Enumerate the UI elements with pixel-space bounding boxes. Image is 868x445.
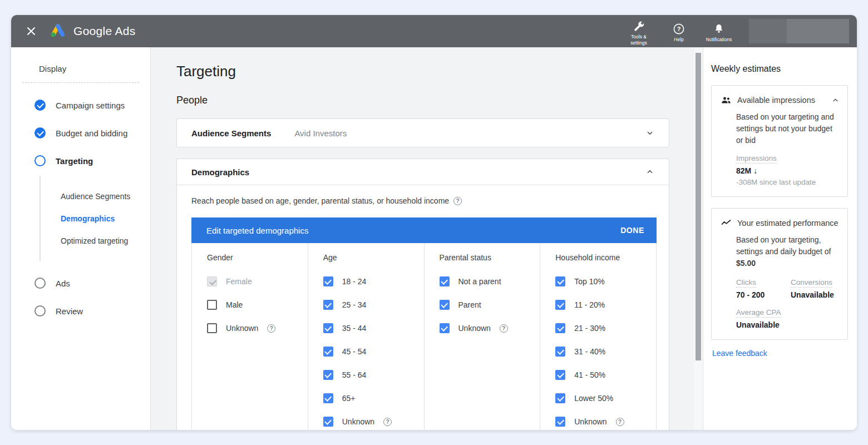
demographics-column-gender: GenderFemaleMaleUnknown? [192, 243, 308, 430]
step-label: Targeting [56, 156, 93, 166]
step-upcoming-icon [34, 278, 46, 289]
step-label: Ads [56, 279, 70, 288]
estimated-performance-title: Your estimated performance [737, 219, 840, 228]
sidebar-item-ads[interactable]: Ads [11, 278, 150, 289]
checkbox-checked-icon[interactable] [555, 393, 565, 403]
checkbox-row-top-10[interactable]: Top 10% [555, 276, 650, 286]
checkbox-checked-icon[interactable] [323, 276, 333, 286]
checkbox-label: 65+ [342, 394, 356, 403]
chevron-down-icon[interactable] [645, 128, 654, 137]
checkbox-checked-icon[interactable] [555, 323, 565, 333]
stat-label: Average CPA [736, 308, 781, 318]
step-current-icon [34, 155, 46, 166]
checkbox-checked-icon[interactable] [323, 300, 333, 310]
step-upcoming-icon [34, 305, 46, 317]
checkbox-checked-icon[interactable] [555, 347, 565, 357]
checkbox-checked-icon[interactable] [440, 276, 450, 286]
checkbox-checked-icon[interactable] [207, 276, 217, 286]
checkbox-row-31-40[interactable]: 31 - 40% [555, 347, 650, 357]
checkbox-label: Female [226, 277, 252, 286]
checkbox-label: 45 - 54 [342, 347, 367, 356]
checkbox-checked-icon[interactable] [440, 323, 450, 333]
stat-conversions: ConversionsUnavailable [791, 270, 840, 299]
sidebar-item-campaign-settings[interactable]: Campaign settings [11, 100, 150, 111]
chevron-up-icon[interactable] [645, 167, 654, 176]
audience-segments-panel[interactable]: Audience Segments Avid Investors [176, 118, 669, 147]
checkbox-row-21-30[interactable]: 21 - 30% [555, 323, 650, 333]
checkbox-row-female[interactable]: Female [207, 276, 302, 286]
close-button[interactable] [21, 21, 41, 41]
checkbox-label: Lower 50% [574, 394, 613, 403]
checkbox-checked-icon[interactable] [323, 370, 333, 380]
checkbox-unchecked-icon[interactable] [207, 300, 217, 310]
checkbox-row-male[interactable]: Male [207, 300, 302, 310]
help-icon[interactable]: ? [500, 324, 508, 333]
checkbox-unchecked-icon[interactable] [207, 323, 217, 333]
help-icon[interactable]: ? [267, 324, 275, 333]
sidebar-item-budget-and-bidding[interactable]: Budget and bidding [11, 127, 150, 139]
sidebar-item-demographics[interactable]: Demographics [41, 214, 150, 223]
checkbox-row-25-34[interactable]: 25 - 34 [323, 300, 418, 310]
help-icon[interactable]: ? [383, 418, 392, 426]
checkbox-checked-icon[interactable] [323, 417, 333, 427]
checkbox-checked-icon[interactable] [555, 300, 565, 310]
edit-demographics-banner: Edit targeted demographics DONE [191, 217, 657, 243]
bell-icon [713, 23, 725, 35]
help-icon: ? [673, 23, 685, 35]
checkbox-row-lower-50[interactable]: Lower 50% [555, 393, 650, 403]
checkbox-checked-icon[interactable] [555, 370, 565, 380]
demographics-header[interactable]: Demographics [177, 159, 669, 185]
google-ads-window: Google Ads Tools & settings ? Help Notif… [11, 15, 857, 430]
checkbox-row-unknown[interactable]: Unknown? [555, 417, 650, 427]
stat-average-cpa: Average CPAUnavailable [736, 300, 785, 329]
sidebar-item-audience-segments[interactable]: Audience Segments [41, 192, 150, 201]
trend-down-arrow-icon: ↓ [753, 166, 757, 175]
checkbox-row-parent[interactable]: Parent [440, 300, 535, 310]
checkbox-checked-icon[interactable] [323, 393, 333, 403]
checkbox-checked-icon[interactable] [323, 323, 333, 333]
main-scrollbar-thumb[interactable] [696, 53, 701, 360]
checkbox-row-35-44[interactable]: 35 - 44 [323, 323, 418, 333]
checkbox-row-unknown[interactable]: Unknown? [207, 323, 302, 333]
help-icon[interactable]: ? [616, 418, 624, 426]
demographics-body: Reach people based on age, gender, paren… [177, 185, 669, 430]
checkbox-label: 25 - 34 [342, 300, 367, 309]
tools-settings-button[interactable]: Tools & settings [619, 17, 659, 46]
checkbox-row-18-24[interactable]: 18 - 24 [323, 276, 418, 286]
stat-value: Unavailable [736, 320, 785, 329]
impressions-metric-label: Impressions [736, 154, 777, 164]
checkbox-label: 21 - 30% [574, 324, 605, 333]
main-scrollbar-track[interactable] [694, 47, 703, 430]
help-button[interactable]: ? Help [659, 19, 699, 43]
checkbox-checked-icon[interactable] [440, 300, 450, 310]
notifications-button[interactable]: Notifications [699, 19, 739, 43]
checkbox-row-41-50[interactable]: 41 - 50% [555, 370, 650, 380]
checkbox-row-11-20[interactable]: 11 - 20% [555, 300, 650, 310]
chevron-up-icon[interactable] [831, 96, 840, 105]
available-impressions-title: Available impressions [737, 96, 826, 105]
checkbox-row-not-a-parent[interactable]: Not a parent [440, 276, 535, 286]
sidebar-item-targeting[interactable]: Targeting [11, 155, 150, 166]
help-icon[interactable]: ? [453, 197, 462, 205]
done-button[interactable]: DONE [620, 226, 644, 235]
checkbox-checked-icon[interactable] [323, 347, 333, 357]
column-header: Gender [207, 253, 302, 262]
checkbox-row-55-64[interactable]: 55 - 64 [323, 370, 418, 380]
leave-feedback-link[interactable]: Leave feedback [712, 349, 767, 358]
checkbox-checked-icon[interactable] [555, 276, 565, 286]
checkbox-row-unknown[interactable]: Unknown? [440, 323, 535, 333]
sidebar-item-review[interactable]: Review [11, 305, 150, 317]
account-placeholder [749, 19, 849, 43]
tools-settings-label: Tools & settings [630, 34, 647, 46]
daily-budget-value: $5.00 [736, 259, 756, 268]
checkbox-row-65[interactable]: 65+ [323, 393, 418, 403]
checkbox-row-unknown[interactable]: Unknown? [323, 417, 418, 427]
sidebar-section-label: Display [11, 64, 150, 73]
sidebar-item-optimized-targeting[interactable]: Optimized targeting [41, 236, 150, 245]
checkbox-checked-icon[interactable] [555, 417, 565, 427]
performance-stats: Clicks70 - 200ConversionsUnavailableAver… [736, 270, 840, 329]
wrench-icon [633, 20, 645, 32]
checkbox-row-45-54[interactable]: 45 - 54 [323, 347, 418, 357]
stat-label: Clicks [736, 278, 756, 288]
demographics-table: GenderFemaleMaleUnknown?Age18 - 2425 - 3… [191, 243, 657, 430]
